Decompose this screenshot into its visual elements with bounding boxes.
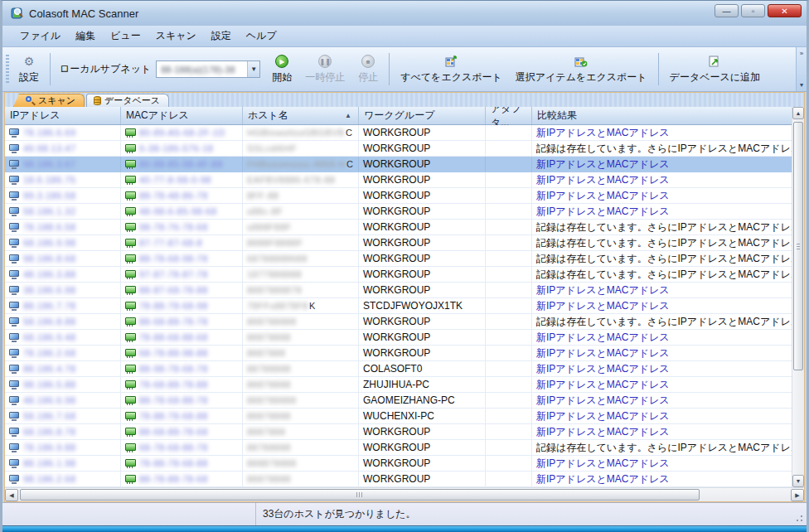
header-compare-result[interactable]: 比較結果 — [532, 107, 792, 124]
computer-icon — [9, 128, 23, 138]
compare-result: 新IPアドレスとMACアドレス — [532, 172, 792, 187]
header-adapter[interactable]: アダプタ... — [486, 107, 532, 124]
export-selected-button[interactable]: 選択アイテムをエクスポート — [509, 50, 654, 89]
table-row[interactable]: 48.186.3.8897-87-78-87-781877888888WORKG… — [5, 267, 792, 283]
ip-address: 78.188.6.58 — [23, 222, 76, 232]
table-row[interactable]: 98.186.3.6780-88-85-98-4F-88FHBssnmssss-… — [5, 157, 792, 172]
host-name: 8888F8888F — [247, 238, 303, 248]
table-row[interactable]: 88.186.4.7888-98-78-68-7888788888COLASOF… — [5, 361, 792, 377]
table-row[interactable]: 68.186.8.7888-68-88-78-688887888WORKGROU… — [5, 424, 792, 440]
table-row[interactable]: 78.188.6.5898-78-76-78-68s888F88FWORKGRO… — [5, 220, 792, 235]
menu-help[interactable]: ヘルプ — [239, 27, 284, 46]
table-row[interactable]: 49.98.13.476-38-186-576-18SSLcdi6HFWORKG… — [5, 141, 792, 157]
toolbar-grip[interactable] — [6, 55, 9, 84]
nic-icon — [125, 239, 139, 248]
export-all-icon — [445, 54, 458, 69]
nic-icon — [125, 380, 139, 389]
table-row[interactable]: 98.186.8.6888-78-68-98-7868788888688WORK… — [5, 251, 792, 267]
menu-settings[interactable]: 設定 — [204, 27, 239, 46]
tab-database[interactable]: データベース — [86, 94, 169, 107]
table-row[interactable]: 58.186.8.8888-68-88-78-78888788888WORKGR… — [5, 314, 792, 330]
computer-icon — [9, 317, 23, 326]
table-row[interactable]: 98.186.2.6888-78-88-78-6888878888WORKGRO… — [5, 472, 792, 487]
ip-address: 88.186.1.98 — [23, 458, 76, 468]
compare-result: 新IPアドレスとMACアドレス — [532, 377, 792, 392]
table-row[interactable]: 88.186.1.9878-88-78-68-88888878888WORKGR… — [5, 456, 792, 472]
tab-scan[interactable]: スキャン — [13, 94, 85, 107]
menu-scan[interactable]: スキャン — [148, 27, 204, 46]
table-row[interactable]: 68.186.9.4878-88-68-88-6888878888WORKGRO… — [5, 330, 792, 346]
table-row[interactable]: 99.3.186.5888-78-48-86-788FF-88WORKGROUP… — [5, 188, 792, 204]
menu-bar: ファイル 編集 ビュー スキャン 設定 ヘルプ — [2, 26, 807, 47]
table-row[interactable]: 18.6.186.7540-77-8-98-0-98EAFBV8886-678-… — [5, 172, 792, 188]
scroll-up-icon[interactable]: ▲ — [792, 107, 804, 119]
window-bottom-frame — [2, 525, 807, 532]
add-to-database-button[interactable]: データベースに追加 — [663, 50, 767, 89]
nic-icon — [125, 254, 139, 264]
table-row[interactable]: 58.186.1.3248-98-6-85-98-68s88c-8FWORKGR… — [5, 204, 792, 220]
computer-icon — [9, 286, 23, 295]
table-row[interactable]: 78.186.2.6868-78-88-98-888887888WORKGROU… — [5, 346, 792, 361]
compare-result: 新IPアドレスとMACアドレス — [532, 361, 792, 376]
header-host-name[interactable]: ホスト名 ▲ — [243, 107, 359, 124]
minimize-button[interactable]: — — [715, 4, 739, 17]
header-mac-address[interactable]: MACアドレス — [121, 107, 243, 124]
compare-result: 新IPアドレスとMACアドレス — [532, 204, 792, 219]
menu-view[interactable]: ビュー — [103, 27, 148, 46]
nic-icon — [125, 176, 139, 185]
header-ip-address[interactable]: IPアドレス — [5, 107, 121, 124]
table-row[interactable]: 78.186.9.8868-78-68-88-7888788888WORKGRO… — [5, 440, 792, 456]
database-icon — [94, 96, 101, 105]
subnet-value: 88-188(a)(178)-38 — [157, 65, 247, 75]
table-row[interactable]: 68.186.9.9887-77-87-68-88888F8888FWORKGR… — [5, 235, 792, 251]
table-row[interactable]: 58.186.7.6878-88-78-68-8888878888WUCHENX… — [5, 409, 792, 424]
host-name: EAFBV8886-678-88 — [247, 175, 335, 185]
host-name: s888F88F — [247, 222, 292, 232]
stop-button[interactable]: ■ 停止 — [351, 50, 385, 89]
title-bar[interactable]: Colasoft MAC Scanner — ▫ ✕ — [2, 1, 807, 26]
add-to-database-icon — [708, 54, 721, 69]
scroll-left-icon[interactable]: ◀ — [5, 489, 18, 501]
workgroup: WORKGROUP — [359, 235, 486, 250]
maximize-button[interactable]: ▫ — [741, 4, 765, 17]
export-all-button[interactable]: すべてをエクスポート — [394, 50, 509, 89]
table-row[interactable]: 38.186.6.9888-87-68-78-888887888878WORKG… — [5, 283, 792, 298]
menu-file[interactable]: ファイル — [12, 27, 68, 46]
close-button[interactable]: ✕ — [768, 4, 802, 17]
subnet-combobox[interactable]: 88-188(a)(178)-38 ▼ — [156, 60, 260, 78]
table-row[interactable]: 88.186.7.7878-88-78-68-9878FFs8878F8KSTC… — [5, 298, 792, 314]
ip-address: 99.3.186.58 — [23, 191, 76, 201]
table-row[interactable]: 78.186.6.6980-89-A5-68-2F-1DHGBlowsttssG… — [5, 125, 792, 141]
vertical-scrollbar[interactable]: ▲ ▼ — [792, 107, 804, 487]
resize-grip[interactable] — [793, 512, 803, 522]
menu-edit[interactable]: 編集 — [68, 27, 103, 46]
app-icon — [11, 7, 24, 20]
adapter — [486, 298, 532, 313]
table-row[interactable]: 98.186.5.8878-68-88-78-8888878888ZHUJIHU… — [5, 377, 792, 393]
mac-address: 40-77-8-98-0-98 — [139, 175, 211, 185]
compare-result: 新IPアドレスとMACアドレス — [532, 298, 792, 313]
scroll-right-icon[interactable]: ▶ — [791, 489, 804, 501]
ip-address: 98.186.2.68 — [23, 474, 76, 484]
host-name: 88788888 — [247, 364, 291, 374]
start-button[interactable]: ▶ 開始 — [265, 50, 298, 89]
mac-address: 78-68-88-78-88 — [139, 380, 208, 389]
chevron-down-icon[interactable]: ▼ — [247, 61, 259, 77]
horizontal-scroll-thumb[interactable] — [20, 489, 700, 501]
workgroup: WORKGROUP — [359, 220, 486, 235]
scroll-down-icon[interactable]: ▼ — [792, 475, 804, 487]
horizontal-scrollbar[interactable]: ◀ ▶ — [5, 487, 804, 501]
header-workgroup[interactable]: ワークグループ — [359, 107, 486, 124]
settings-button[interactable]: ⚙ 設定 — [12, 50, 46, 89]
pause-button[interactable]: ❚❚ 一時停止 — [298, 50, 351, 89]
mac-address: 80-89-A5-68-2F-1D — [139, 128, 225, 138]
vertical-scroll-thumb[interactable] — [793, 122, 803, 370]
computer-icon — [9, 459, 23, 468]
table-header: IPアドレス MACアドレス ホスト名 ▲ ワークグループ アダプタ... 比較… — [5, 107, 792, 125]
computer-icon — [9, 144, 23, 153]
ip-address: 48.186.3.88 — [23, 269, 76, 279]
ip-address: 98.186.8.68 — [23, 254, 76, 264]
table-row[interactable]: 48.186.6.9888-78-68-88-78888788888GAOMEI… — [5, 393, 792, 409]
nic-icon — [125, 160, 139, 169]
toolbar-overflow-button[interactable]: » ▾ — [796, 47, 807, 91]
